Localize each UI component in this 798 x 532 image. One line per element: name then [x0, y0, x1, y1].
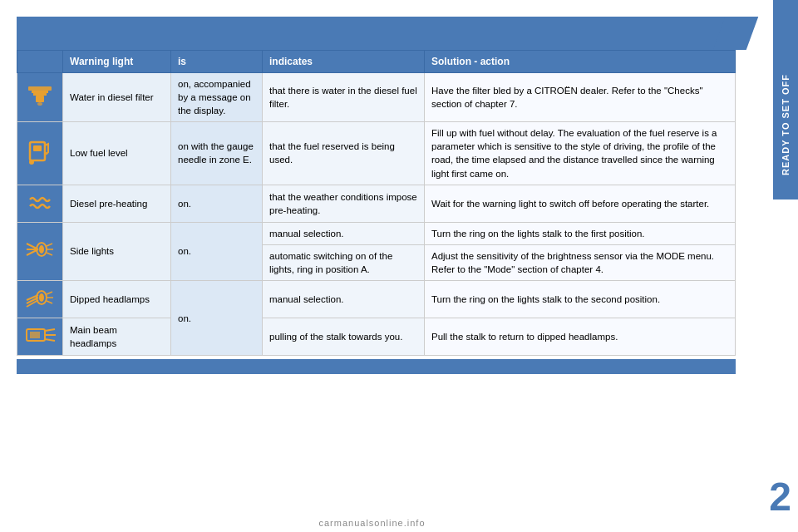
- table-row: Dipped headlamps on. manual selection. T…: [17, 281, 736, 318]
- svg-rect-6: [33, 145, 42, 151]
- svg-rect-1: [32, 91, 48, 93]
- warning-text-diesel-filter: Water in diesel filter: [63, 73, 171, 122]
- indicates-text-side-lights-manual: manual selection.: [263, 222, 425, 244]
- dipped-headlamps-icon: [23, 285, 57, 310]
- main-content: Warning light is indicates Solution - ac…: [0, 0, 744, 532]
- top-bar: [17, 17, 736, 50]
- is-text-side-lights: on.: [171, 222, 263, 280]
- solution-text-main-beam: Pull the stalk to return to dipped headl…: [425, 318, 736, 356]
- svg-rect-2: [33, 93, 47, 96]
- solution-text-dipped: Turn the ring on the lights stalk to the…: [425, 281, 736, 318]
- icon-cell-diesel-filter: [17, 73, 63, 122]
- svg-line-27: [45, 339, 55, 341]
- icon-cell-dipped: [17, 281, 63, 318]
- indicates-text-diesel-filter: that there is water in the diesel fuel f…: [263, 73, 425, 122]
- warning-text-side-lights: Side lights: [63, 222, 171, 280]
- main-beam-icon: [23, 323, 57, 347]
- side-lights-icon: [23, 237, 57, 262]
- indicates-text-preheating: that the weather conditions impose pre-h…: [263, 185, 425, 222]
- svg-rect-28: [30, 332, 40, 338]
- table-row: Diesel pre-heating on. that the weather …: [17, 185, 736, 222]
- table-row: Side lights on. manual selection. Turn t…: [17, 222, 736, 244]
- table-row: Low fuel level on with the gauge needle …: [17, 122, 736, 185]
- svg-line-21: [47, 292, 52, 294]
- warning-lights-table: Warning light is indicates Solution - ac…: [17, 50, 736, 356]
- low-fuel-icon: [25, 137, 55, 165]
- icon-cell-main-beam: [17, 318, 63, 356]
- col-warning-header: Warning light: [63, 51, 171, 73]
- svg-rect-0: [28, 86, 52, 91]
- icon-cell-preheating: [17, 185, 63, 222]
- solution-text-low-fuel: Fill up with fuel without delay. The eva…: [425, 122, 736, 185]
- table-row: Water in diesel filter on, accompanied b…: [17, 73, 736, 122]
- warning-text-dipped: Dipped headlamps: [63, 281, 171, 318]
- svg-line-23: [47, 301, 52, 303]
- is-text-low-fuel: on with the gauge needle in zone E.: [171, 122, 263, 185]
- diesel-filter-icon: [25, 83, 55, 108]
- col-icon-header: [17, 51, 63, 73]
- svg-point-12: [39, 245, 44, 254]
- solution-text-side-lights-auto: Adjust the sensitivity of the brightness…: [425, 244, 736, 280]
- sidebar-chapter-number: 2: [769, 474, 791, 520]
- solution-text-side-lights-manual: Turn the ring on the lights stalk to the…: [425, 222, 736, 244]
- icon-cell-side-lights: [17, 222, 63, 280]
- svg-line-13: [47, 244, 52, 246]
- svg-point-4: [37, 102, 42, 106]
- is-text-dipped-main: on.: [171, 281, 263, 356]
- warning-text-preheating: Diesel pre-heating: [63, 185, 171, 222]
- is-text-diesel-filter: on, accompanied by a message on the disp…: [171, 73, 263, 122]
- diesel-preheating-icon: [25, 190, 55, 214]
- indicates-text-dipped: manual selection.: [263, 281, 425, 318]
- right-sidebar: READY TO SET OFF 2: [744, 0, 798, 532]
- indicates-text-low-fuel: that the fuel reserved is being used.: [263, 122, 425, 185]
- warning-text-low-fuel: Low fuel level: [63, 122, 171, 185]
- icon-cell-low-fuel: [17, 122, 63, 185]
- is-text-preheating: on.: [171, 185, 263, 222]
- svg-point-20: [39, 293, 44, 302]
- page-container: Warning light is indicates Solution - ac…: [0, 0, 798, 532]
- svg-line-15: [47, 253, 52, 255]
- table-row: Main beam headlamps pulling of the stalk…: [17, 318, 736, 356]
- solution-text-diesel-filter: Have the filter bled by a CITROËN dealer…: [425, 73, 736, 122]
- table-header-row: Warning light is indicates Solution - ac…: [17, 51, 736, 73]
- col-indicates-header: indicates: [263, 51, 425, 73]
- warning-text-main-beam: Main beam headlamps: [63, 318, 171, 356]
- svg-point-7: [29, 160, 34, 165]
- svg-rect-3: [36, 96, 44, 102]
- indicates-text-main-beam: pulling of the stalk towards you.: [263, 318, 425, 356]
- col-solution-header: Solution - action: [425, 51, 736, 73]
- svg-line-25: [45, 329, 55, 331]
- watermark: carmanualsonline.info: [318, 518, 425, 528]
- indicates-text-side-lights-auto: automatic switching on of the lights, ri…: [263, 244, 425, 280]
- solution-text-preheating: Wait for the warning light to switch off…: [425, 185, 736, 222]
- sidebar-tab-ready: READY TO SET OFF: [773, 50, 798, 200]
- col-is-header: is: [171, 51, 263, 73]
- bottom-bar: [17, 359, 736, 374]
